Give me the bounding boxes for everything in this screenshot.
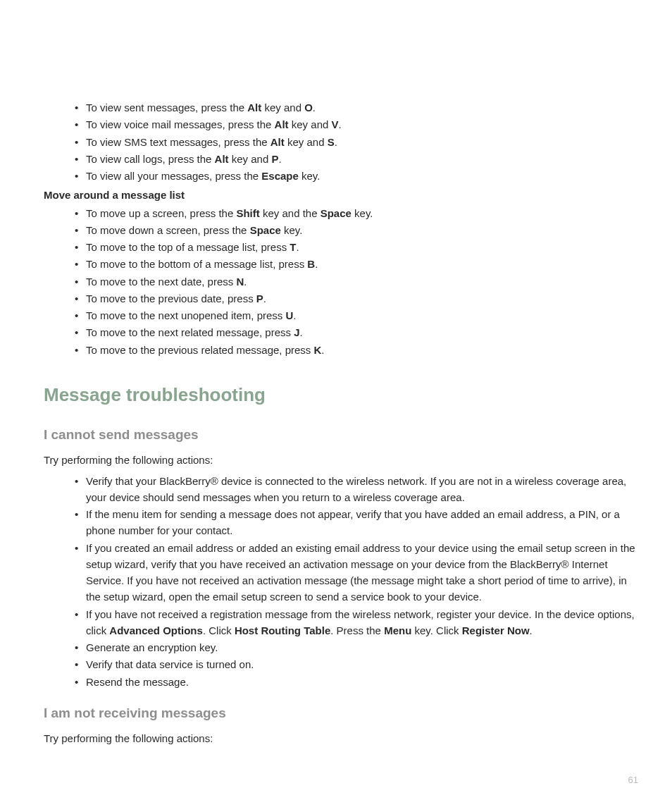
list-item: To move to the next related message, pre… bbox=[86, 324, 640, 340]
list-item: Generate an encryption key. bbox=[86, 639, 640, 655]
bold-text: Shift bbox=[236, 207, 259, 219]
bold-text: T bbox=[290, 241, 296, 253]
filter-message-list: To view sent messages, press the Alt key… bbox=[44, 99, 640, 184]
bold-text: U bbox=[286, 309, 294, 321]
list-item: To move to the top of a message list, pr… bbox=[86, 239, 640, 255]
bold-text: Alt bbox=[270, 136, 285, 148]
topic-cannot-send-list: Verify that your BlackBerry® device is c… bbox=[44, 473, 640, 690]
list-item: Verify that data service is turned on. bbox=[86, 656, 640, 672]
list-item: To view sent messages, press the Alt key… bbox=[86, 99, 640, 116]
list-item: To view SMS text messages, press the Alt… bbox=[86, 134, 640, 150]
topic-not-receiving: I am not receiving messages bbox=[44, 703, 640, 723]
bold-text: Host Routing Table bbox=[235, 624, 330, 636]
list-item: If you have not received a registration … bbox=[86, 606, 640, 639]
bold-text: Menu bbox=[384, 624, 411, 636]
bold-text: Alt bbox=[275, 118, 289, 130]
bold-text: P bbox=[271, 153, 278, 165]
bold-text: Space bbox=[250, 224, 281, 236]
bold-text: Alt bbox=[247, 101, 261, 113]
list-item: To move to the next date, press N. bbox=[86, 273, 640, 290]
list-item: To move to the bottom of a message list,… bbox=[86, 256, 640, 272]
topic-cannot-send-intro: Try performing the following actions: bbox=[44, 452, 640, 468]
bold-text: P bbox=[256, 292, 263, 304]
bold-text: J bbox=[294, 326, 299, 338]
list-item: Resend the message. bbox=[86, 674, 640, 690]
section-title-message-troubleshooting: Message troubleshooting bbox=[44, 381, 640, 409]
bold-text: Advanced Options bbox=[109, 624, 203, 636]
bold-text: Register Now bbox=[462, 624, 530, 636]
move-around-heading: Move around a message list bbox=[44, 187, 640, 203]
list-item: To view voice mail messages, press the A… bbox=[86, 116, 640, 133]
list-item: To move to the previous related message,… bbox=[86, 342, 640, 358]
bold-text: N bbox=[236, 276, 244, 288]
list-item: To move to the previous date, press P. bbox=[86, 290, 640, 307]
list-item: Verify that your BlackBerry® device is c… bbox=[86, 473, 640, 506]
move-around-list: To move up a screen, press the Shift key… bbox=[44, 205, 640, 358]
list-item: If you created an email address or added… bbox=[86, 540, 640, 605]
list-item: To view call logs, press the Alt key and… bbox=[86, 151, 640, 167]
list-item: To view all your messages, press the Esc… bbox=[86, 168, 640, 184]
topic-not-receiving-intro: Try performing the following actions: bbox=[44, 730, 640, 746]
bold-text: Alt bbox=[215, 153, 229, 165]
page-number: 61 bbox=[628, 773, 638, 787]
bold-text: O bbox=[304, 101, 313, 113]
bold-text: V bbox=[331, 118, 338, 130]
list-item: To move down a screen, press the Space k… bbox=[86, 222, 640, 238]
list-item: To move up a screen, press the Shift key… bbox=[86, 205, 640, 221]
bold-text: S bbox=[328, 136, 335, 148]
bold-text: K bbox=[314, 344, 322, 356]
bold-text: B bbox=[307, 258, 315, 270]
list-item: To move to the next unopened item, press… bbox=[86, 307, 640, 324]
page: To view sent messages, press the Alt key… bbox=[0, 0, 672, 807]
topic-cannot-send: I cannot send messages bbox=[44, 424, 640, 445]
list-item: If the menu item for sending a message d… bbox=[86, 506, 640, 539]
bold-text: Escape bbox=[261, 170, 299, 182]
bold-text: Space bbox=[321, 207, 351, 219]
